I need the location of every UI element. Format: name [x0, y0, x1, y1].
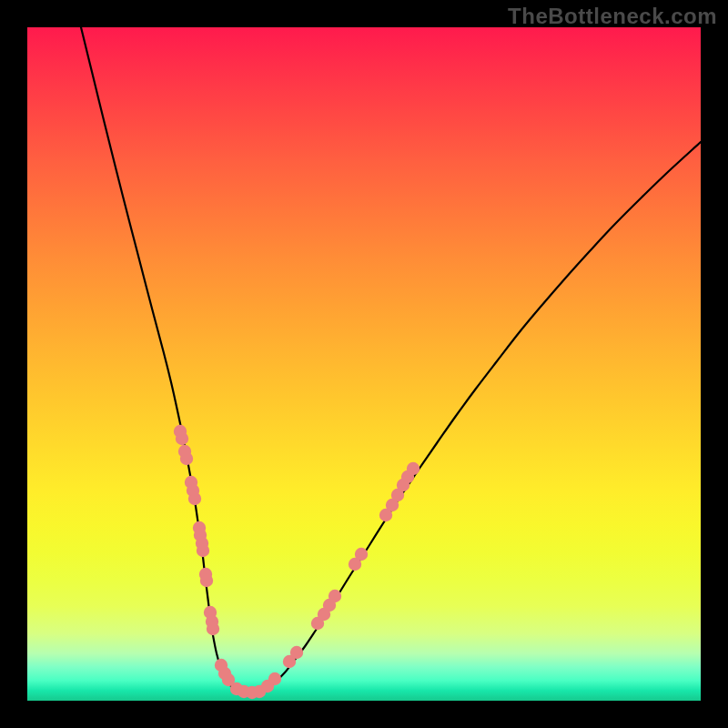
plot-area	[27, 27, 701, 701]
bottleneck-curve	[81, 27, 701, 694]
data-marker	[200, 574, 213, 587]
data-marker	[180, 452, 193, 465]
data-marker	[268, 672, 281, 685]
curve-svg	[27, 27, 701, 701]
data-marker	[329, 590, 341, 602]
data-marker	[407, 462, 420, 475]
watermark-label: TheBottleneck.com	[508, 4, 717, 29]
data-marker	[355, 548, 368, 561]
marker-group	[174, 425, 420, 699]
data-marker	[290, 646, 303, 659]
data-marker	[207, 622, 219, 635]
data-marker	[188, 492, 201, 505]
data-marker	[176, 432, 188, 445]
chart-frame: TheBottleneck.com	[0, 0, 728, 728]
data-marker	[197, 544, 209, 557]
